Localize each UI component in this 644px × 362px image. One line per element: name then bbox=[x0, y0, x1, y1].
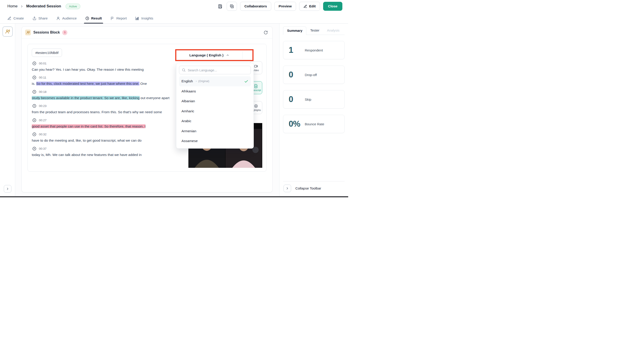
add-block-button[interactable] bbox=[227, 2, 237, 11]
language-option-arabic[interactable]: Arabic bbox=[179, 116, 251, 126]
clock-icon bbox=[85, 16, 89, 20]
transcript-entry: 00:32have to do the meeting and, like, t… bbox=[32, 132, 186, 143]
language-extra-area bbox=[242, 50, 252, 60]
collapse-toolbar-label: Collapse Toolbar bbox=[295, 186, 321, 190]
breadcrumb-home[interactable]: Home bbox=[8, 4, 18, 8]
language-dropdown-button[interactable]: Language ( English ) bbox=[176, 50, 242, 60]
bottom-edge-strip bbox=[0, 196, 348, 197]
person-icon bbox=[56, 16, 60, 20]
transcript-entry: 00:27good asset that people can use in t… bbox=[32, 118, 186, 129]
language-dropdown-area: Language ( English ) bbox=[175, 49, 254, 61]
language-option-assamese[interactable]: Assamese bbox=[179, 136, 251, 146]
search-icon bbox=[182, 68, 186, 72]
play-button[interactable] bbox=[32, 61, 36, 66]
play-icon bbox=[32, 132, 36, 136]
timestamp: 00:18 bbox=[39, 90, 46, 94]
tab-report[interactable]: Report bbox=[110, 16, 127, 23]
pencil-icon bbox=[304, 4, 307, 8]
sessions-block-header: Sessions Block S bbox=[22, 26, 272, 38]
play-button[interactable] bbox=[32, 90, 36, 94]
timestamp: 00:37 bbox=[39, 147, 46, 150]
language-option-afrikaans[interactable]: Afrikaans bbox=[179, 86, 251, 96]
panel-tabs: SummaryTesterAnalysis bbox=[283, 26, 344, 35]
language-dropdown: English(Original)AfrikaansAlbanianAmhari… bbox=[176, 63, 254, 148]
tab-insights[interactable]: Insights bbox=[135, 16, 153, 23]
stat-label: Drop-off bbox=[305, 73, 317, 77]
play-icon bbox=[32, 146, 36, 151]
transcript-segment: So for this, clock moderated test here, … bbox=[36, 82, 140, 86]
collaborators-button[interactable]: Collaborators bbox=[240, 2, 271, 11]
block-body: #testerc10fdb8f 00:01Can you hear? Yes. … bbox=[22, 38, 272, 192]
stat-card-bounce-rate: 0%Bounce Rate bbox=[283, 115, 344, 133]
edit-button[interactable]: Edit bbox=[299, 2, 320, 11]
language-label: Armenian bbox=[182, 129, 196, 133]
play-icon bbox=[32, 61, 36, 66]
tab-tester[interactable]: Tester bbox=[306, 26, 323, 35]
save-button[interactable] bbox=[217, 3, 224, 10]
collapse-toolbar-button[interactable] bbox=[284, 184, 291, 192]
transcript-text: study becomes available in the product t… bbox=[32, 96, 186, 100]
workspace: Sessions Block S #testerc10fdb8f 00:01Ca… bbox=[0, 24, 348, 196]
play-button[interactable] bbox=[32, 76, 36, 80]
chevron-right-icon bbox=[286, 186, 289, 190]
language-label: Albanian bbox=[182, 99, 195, 103]
tab-label: Result bbox=[91, 16, 102, 20]
page: Home Moderated Session Active Collaborat… bbox=[0, 0, 348, 196]
transcript-text: from the product team and processes team… bbox=[32, 110, 186, 114]
left-rail bbox=[0, 24, 15, 196]
person-wave-icon bbox=[26, 31, 30, 34]
refresh-button[interactable] bbox=[264, 30, 268, 35]
tab-audience[interactable]: Audience bbox=[56, 16, 77, 23]
expand-left-rail-button[interactable] bbox=[4, 185, 12, 193]
panel-footer: Collapse Toolbar bbox=[283, 181, 344, 194]
language-label: Afrikaans bbox=[182, 89, 196, 93]
session-card: #testerc10fdb8f 00:01Can you hear? Yes. … bbox=[28, 44, 266, 172]
sessions-block-rail-item[interactable] bbox=[2, 26, 13, 37]
stat-label: Skip bbox=[305, 98, 311, 101]
language-option-english[interactable]: English(Original) bbox=[179, 76, 251, 86]
transcript-text: today is, Mh. We can talk about the new … bbox=[32, 152, 186, 157]
block-badge: S bbox=[62, 30, 67, 35]
transcript-segment: Can you hear? Yes. I can hear you. Okay.… bbox=[32, 68, 144, 71]
language-chevron-up-icon bbox=[226, 54, 229, 57]
transcript: 00:01Can you hear? Yes. I can hear you. … bbox=[32, 61, 186, 168]
session-id: #testerc10fdb8f bbox=[32, 48, 62, 57]
stat-label: Respondent bbox=[305, 48, 323, 52]
play-button[interactable] bbox=[32, 104, 36, 108]
language-search-input[interactable] bbox=[188, 68, 248, 72]
video-icon bbox=[254, 64, 258, 68]
transcript-text: is. So for this, clock moderated test he… bbox=[32, 81, 186, 86]
play-button[interactable] bbox=[32, 118, 36, 122]
tab-summary[interactable]: Summary bbox=[283, 26, 306, 35]
language-search bbox=[179, 66, 251, 74]
language-option-albanian[interactable]: Albanian bbox=[179, 96, 251, 106]
close-button[interactable]: Close bbox=[323, 2, 342, 11]
refresh-icon bbox=[264, 30, 268, 35]
transcript-segment: One bbox=[140, 82, 147, 86]
stat-value: 1 bbox=[289, 46, 305, 55]
highlights-icon bbox=[254, 104, 258, 108]
timestamp: 00:27 bbox=[39, 118, 46, 122]
edit-pencil-icon bbox=[304, 4, 307, 8]
tab-share[interactable]: Share bbox=[32, 16, 48, 23]
tab-create[interactable]: Create bbox=[8, 16, 24, 23]
stat-card-drop-off: 0Drop-off bbox=[283, 66, 344, 84]
session-content-row: 00:01Can you hear? Yes. I can hear you. … bbox=[32, 61, 262, 168]
play-icon bbox=[32, 90, 36, 94]
edit-button-label: Edit bbox=[309, 4, 316, 8]
main-content: Sessions Block S #testerc10fdb8f 00:01Ca… bbox=[15, 24, 279, 196]
breadcrumb-separator bbox=[20, 5, 24, 8]
play-button[interactable] bbox=[32, 132, 36, 136]
share-icon bbox=[32, 16, 36, 20]
play-button[interactable] bbox=[32, 146, 36, 151]
stat-value: 0% bbox=[289, 119, 305, 129]
chart-icon bbox=[135, 16, 139, 20]
dot-separator bbox=[196, 81, 197, 82]
preview-button[interactable]: Preview bbox=[274, 2, 296, 11]
chevron-up-icon bbox=[226, 54, 229, 57]
pencil-icon bbox=[8, 16, 12, 20]
language-option-amharic[interactable]: Amharic bbox=[179, 106, 251, 116]
timestamp: 00:11 bbox=[39, 76, 46, 79]
language-option-armenian[interactable]: Armenian bbox=[179, 126, 251, 136]
tab-result[interactable]: Result bbox=[85, 16, 102, 23]
